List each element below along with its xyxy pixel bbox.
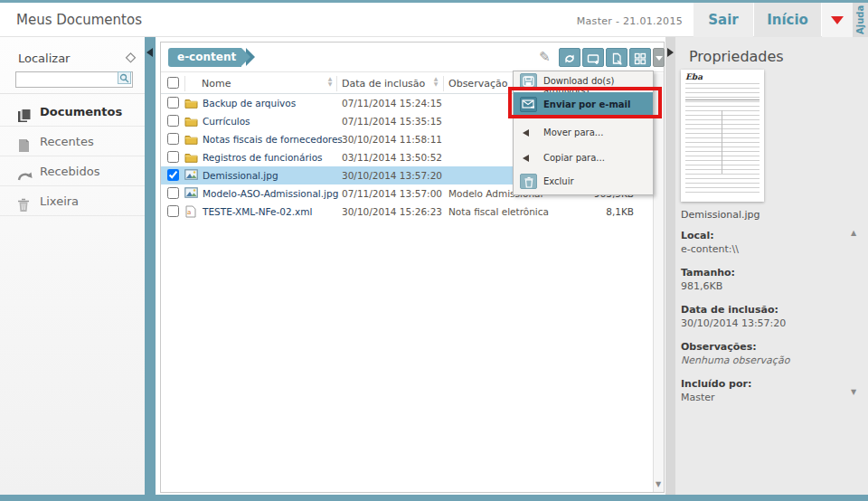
row-checkbox[interactable] <box>167 187 179 199</box>
folder-icon <box>184 115 198 128</box>
file-date: 30/10/2014 15:26:23 <box>342 206 442 217</box>
context-menu-item[interactable]: Excluir <box>514 172 653 193</box>
file-name[interactable]: Registros de funcionários <box>203 152 323 163</box>
header: Meus Documentos Master - 21.01.2015 Sair… <box>0 3 868 37</box>
row-checkbox[interactable] <box>167 151 179 163</box>
panel-splitter[interactable] <box>665 37 675 495</box>
context-menu-item-label: Excluir <box>543 176 574 186</box>
documents-icon <box>17 104 33 119</box>
search-input[interactable] <box>15 71 133 88</box>
image-file-icon <box>184 187 198 200</box>
properties-title: Propriedades <box>689 48 784 65</box>
help-tab[interactable]: Ajuda <box>853 3 868 37</box>
breadcrumb[interactable]: e-content <box>168 48 241 67</box>
context-menu: Download do(s) arquivo(s) Enviar por e-m… <box>513 71 654 195</box>
sidebar-item-lixeira[interactable]: Lixeira <box>0 186 145 216</box>
view-grid-button[interactable] <box>629 48 651 67</box>
received-icon <box>17 164 33 179</box>
property-label: Local: <box>681 230 844 241</box>
collapse-left-icon <box>146 48 153 57</box>
folder-plus-icon <box>587 52 600 65</box>
file-date: 30/10/2014 11:58:11 <box>342 134 442 145</box>
new-folder-button[interactable] <box>582 48 604 67</box>
property-field: Incluído por: Master <box>681 378 844 403</box>
home-button[interactable]: Início <box>754 3 821 37</box>
document-preview[interactable]: Eba <box>681 70 764 202</box>
file-date: 07/11/2014 13:57:00 <box>342 188 442 199</box>
quick-menu-button[interactable] <box>822 3 853 37</box>
scroll-down-icon[interactable]: ▼ <box>851 388 856 396</box>
sidebar-item-recentes[interactable]: Recentes <box>0 127 145 156</box>
column-header-name[interactable]: Nome <box>202 78 231 90</box>
context-menu-item[interactable]: Mover para... <box>514 123 653 143</box>
scroll-down-icon[interactable]: ▼ <box>656 480 661 488</box>
file-date: 07/11/2014 15:24:15 <box>342 98 442 109</box>
sidebar-item-label: Recebidos <box>40 156 99 186</box>
user-info: Master - 21.01.2015 <box>577 15 683 27</box>
file-date: 03/11/2014 13:50:52 <box>342 152 442 163</box>
sort-icon[interactable] <box>432 76 439 87</box>
search-button[interactable] <box>118 71 131 84</box>
search-icon <box>119 73 129 83</box>
file-name[interactable]: Currículos <box>203 116 250 127</box>
sidebar-collapse-strip[interactable] <box>145 37 156 501</box>
scroll-up-icon[interactable]: ▲ <box>851 229 856 237</box>
download-icon <box>520 73 537 89</box>
breadcrumb-bar: e-content ✎ <box>161 43 664 72</box>
property-label: Incluído por: <box>681 378 844 390</box>
row-checkbox[interactable] <box>167 97 179 109</box>
context-menu-item-label: Enviar por e-mail <box>543 99 630 109</box>
file-name[interactable]: TESTE-XML-NFe-02.xml <box>203 206 312 217</box>
app-window: Meus Documentos Master - 21.01.2015 Sair… <box>0 0 868 501</box>
properties-panel: Propriedades Eba Demissional.jpg Local: … <box>675 37 868 495</box>
property-label: Observações: <box>681 341 844 353</box>
select-all-checkbox[interactable] <box>167 77 179 89</box>
tag-icon[interactable] <box>125 50 137 67</box>
context-menu-item-label: Mover para... <box>543 128 603 137</box>
logout-button[interactable]: Sair <box>693 3 753 37</box>
file-name[interactable]: Backup de arquivos <box>203 98 296 109</box>
page-title: Meus Documentos <box>16 12 142 28</box>
property-field: Data de inclusão: 30/10/2014 13:57:20 <box>681 304 844 329</box>
bottom-accent-bar <box>0 495 868 501</box>
new-document-button[interactable] <box>606 48 627 67</box>
file-note: Nota fiscal eletrônica <box>448 206 549 217</box>
refresh-button[interactable] <box>559 48 580 67</box>
property-value: 981,6KB <box>681 280 844 292</box>
sidebar-item-recebidos[interactable]: Recebidos <box>0 156 145 186</box>
email-icon <box>520 97 537 112</box>
triangle-down-icon <box>831 16 844 24</box>
expand-right-icon <box>667 48 674 57</box>
sort-icon[interactable] <box>326 76 334 87</box>
property-value: e-content:\\ <box>681 243 844 255</box>
context-menu-item[interactable]: Copiar para... <box>514 148 653 168</box>
preview-form-lines <box>685 83 760 195</box>
breadcrumb-label: e-content <box>177 51 236 63</box>
file-name[interactable]: Modelo-ASO-Admissional.jpg <box>203 188 338 199</box>
sidebar-item-label: Lixeira <box>40 186 79 216</box>
trash-icon <box>520 174 537 189</box>
row-checkbox[interactable] <box>167 169 179 181</box>
sidebar-item-documentos[interactable]: Documentos <box>0 97 145 127</box>
list-scrollbar[interactable]: ▼ <box>653 73 664 492</box>
row-checkbox[interactable] <box>167 205 179 217</box>
file-date: 30/10/2014 13:57:20 <box>342 170 442 181</box>
property-label: Tamanho: <box>681 267 844 279</box>
file-name[interactable]: Notas fiscais de fornecedores <box>203 134 343 145</box>
table-row[interactable]: a TESTE-XML-NFe-02.xml 30/10/2014 15:26:… <box>161 203 654 221</box>
property-value: Nenhuma observação <box>681 354 844 366</box>
edit-icon[interactable]: ✎ <box>539 49 551 65</box>
preview-logo: Eba <box>685 72 703 81</box>
file-name[interactable]: Demissional.jpg <box>203 170 278 181</box>
context-menu-item[interactable]: Download do(s) arquivo(s) <box>514 71 653 92</box>
column-header-note[interactable]: Observação <box>448 78 507 90</box>
folder-icon <box>184 151 198 164</box>
properties-scrollbar[interactable]: ▲ ▼ <box>849 229 860 396</box>
row-checkbox[interactable] <box>167 115 179 127</box>
more-options-button[interactable] <box>653 48 665 67</box>
column-header-date[interactable]: Data de inclusão <box>342 78 425 90</box>
grid-icon <box>634 52 646 65</box>
row-checkbox[interactable] <box>167 133 179 145</box>
context-menu-item[interactable]: Enviar por e-mail <box>514 92 653 118</box>
file-date: 07/11/2014 15:35:15 <box>342 116 442 127</box>
